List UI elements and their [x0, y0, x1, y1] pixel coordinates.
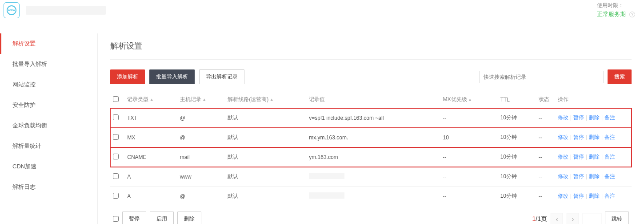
page-title: 解析设置	[110, 33, 632, 60]
op-delete[interactable]: 删除	[589, 173, 600, 179]
sidebar-item-6[interactable]: CDN加速	[0, 156, 97, 177]
sort-icon: ▲	[149, 97, 154, 102]
page-jump-button[interactable]: 跳转	[605, 212, 629, 224]
cell-host: @	[180, 134, 185, 141]
cell-type: TXT	[127, 115, 137, 121]
domain-name-obscured	[26, 6, 106, 15]
www-icon: www	[7, 5, 16, 15]
sort-icon: ▲	[269, 97, 274, 102]
cell-line: 默认	[228, 193, 238, 199]
row-checkbox[interactable]	[113, 193, 119, 199]
op-remark[interactable]: 备注	[604, 173, 615, 179]
sidebar-item-3[interactable]: 安全防护	[0, 95, 97, 115]
table-row: A@默认--10分钟--修改|暂停|删除|备注	[110, 187, 632, 206]
table-row: TXT@默认v=spf1 include:spf.163.com ~all--1…	[110, 108, 632, 128]
cell-mx: --	[443, 154, 447, 160]
row-checkbox[interactable]	[113, 173, 119, 179]
search-button[interactable]: 搜索	[608, 69, 632, 84]
cell-mx: 10	[443, 134, 449, 141]
op-remark[interactable]: 备注	[604, 193, 615, 199]
table-row: CNAMEmail默认ym.163.com--10分钟--修改|暂停|删除|备注	[110, 147, 632, 167]
cell-mx: --	[443, 174, 447, 180]
add-record-button[interactable]: 添加解析	[110, 69, 145, 84]
cell-host: www	[180, 174, 192, 180]
site-logo: www	[4, 2, 20, 18]
footer-enable-button[interactable]: 启用	[150, 212, 174, 224]
cell-ttl: 10分钟	[500, 173, 517, 179]
op-pause[interactable]: 暂停	[573, 134, 584, 140]
row-checkbox[interactable]	[113, 114, 119, 120]
sort-icon: ▲	[202, 97, 207, 102]
pagination-info: 1/1页	[532, 215, 547, 223]
op-remark[interactable]: 备注	[604, 114, 615, 121]
usage-label: 使用时限：	[597, 2, 635, 9]
op-remark[interactable]: 备注	[604, 134, 615, 140]
cell-mx: --	[443, 193, 447, 200]
op-delete[interactable]: 删除	[589, 154, 600, 160]
help-icon[interactable]: ?	[629, 12, 635, 17]
cell-ttl: 10分钟	[500, 114, 517, 121]
cell-status: --	[539, 154, 542, 160]
header-line[interactable]: 解析线路(运营商)	[228, 96, 268, 102]
op-delete[interactable]: 删除	[589, 114, 600, 121]
op-pause[interactable]: 暂停	[573, 173, 584, 179]
op-edit[interactable]: 修改	[558, 114, 568, 121]
table-row: Awww默认--10分钟--修改|暂停|删除|备注	[110, 167, 632, 187]
row-checkbox[interactable]	[113, 134, 119, 140]
op-remark[interactable]: 备注	[604, 154, 615, 160]
sidebar-item-7[interactable]: 解析日志	[0, 177, 97, 197]
op-edit[interactable]: 修改	[558, 134, 568, 140]
header-ttl: TTL	[500, 97, 510, 103]
sidebar: 解析设置批量导入解析网站监控安全防护全球负载均衡解析量统计CDN加速解析日志	[0, 33, 98, 224]
cell-type: A	[127, 174, 131, 180]
footer-pause-button[interactable]: 暂停	[122, 212, 146, 224]
value-obscured	[309, 173, 344, 179]
cell-status: --	[539, 193, 542, 200]
header-mx[interactable]: MX优先级	[443, 96, 467, 102]
prev-page-button[interactable]: ‹	[551, 213, 563, 224]
op-delete[interactable]: 删除	[589, 134, 600, 140]
select-all-checkbox[interactable]	[113, 96, 119, 102]
cell-host: mail	[180, 154, 190, 160]
value-obscured	[309, 192, 344, 199]
op-pause[interactable]: 暂停	[573, 193, 584, 199]
header-host[interactable]: 主机记录	[180, 96, 201, 102]
search-input[interactable]	[480, 71, 604, 83]
export-button[interactable]: 导出解析记录	[199, 69, 244, 84]
header-status: 状态	[539, 96, 549, 102]
cell-mx: --	[443, 115, 447, 121]
op-edit[interactable]: 修改	[558, 154, 568, 160]
op-edit[interactable]: 修改	[558, 193, 568, 199]
op-delete[interactable]: 删除	[589, 193, 600, 199]
op-pause[interactable]: 暂停	[573, 154, 584, 160]
sidebar-item-2[interactable]: 网站监控	[0, 74, 97, 95]
sidebar-item-4[interactable]: 全球负载均衡	[0, 115, 97, 136]
cell-ttl: 10分钟	[500, 134, 517, 140]
cell-status: --	[539, 115, 542, 121]
cell-value: mx.ym.163.com.	[309, 134, 348, 141]
cell-status: --	[539, 134, 542, 141]
sidebar-item-0[interactable]: 解析设置	[0, 33, 97, 54]
op-edit[interactable]: 修改	[558, 173, 568, 179]
cell-line: 默认	[228, 154, 238, 160]
cell-line: 默认	[228, 114, 238, 121]
service-status: 正常服务期	[597, 11, 626, 17]
op-pause[interactable]: 暂停	[573, 114, 584, 121]
next-page-button[interactable]: ›	[567, 213, 579, 224]
bulk-import-button[interactable]: 批量导入解析	[149, 69, 195, 84]
page-jump-input[interactable]	[583, 213, 601, 224]
cell-type: MX	[127, 134, 135, 141]
table-row: MX@默认mx.ym.163.com.1010分钟--修改|暂停|删除|备注	[110, 128, 632, 147]
footer-delete-button[interactable]: 删除	[177, 212, 201, 224]
sidebar-item-1[interactable]: 批量导入解析	[0, 54, 97, 74]
cell-ttl: 10分钟	[500, 193, 517, 199]
header-value: 记录值	[309, 96, 325, 102]
row-checkbox[interactable]	[113, 154, 119, 159]
cell-value: v=spf1 include:spf.163.com ~all	[309, 115, 384, 121]
sidebar-item-5[interactable]: 解析量统计	[0, 136, 97, 156]
header-type[interactable]: 记录类型	[127, 96, 148, 102]
cell-line: 默认	[228, 134, 238, 140]
select-all-footer-checkbox[interactable]	[113, 216, 119, 222]
cell-status: --	[539, 174, 542, 180]
cell-host: @	[180, 115, 185, 121]
